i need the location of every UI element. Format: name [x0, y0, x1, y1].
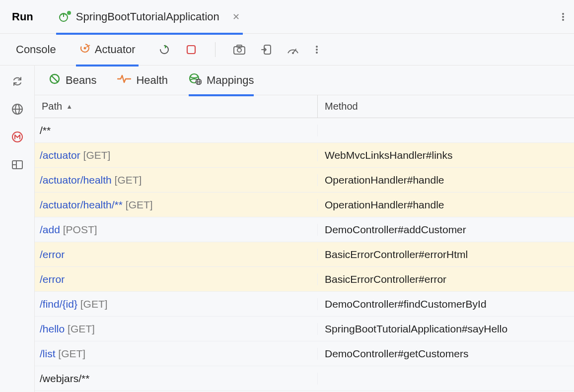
health-pulse-icon: [117, 74, 131, 87]
health-tab-label: Health: [136, 74, 168, 87]
path-text: /**: [40, 125, 51, 136]
path-text: /actuator/health/**: [40, 199, 123, 210]
table-row[interactable]: /**: [35, 118, 574, 143]
http-verb: [GET]: [68, 323, 95, 334]
cell-path: /add [POST]: [35, 224, 318, 236]
console-tab[interactable]: Console: [13, 34, 59, 65]
table-row[interactable]: /webjars/**: [35, 366, 574, 391]
table-row[interactable]: /errorBasicErrorController#errorHtml: [35, 242, 574, 267]
svg-line-21: [52, 76, 58, 82]
column-header-path[interactable]: Path ▲: [35, 95, 318, 118]
path-text: /error: [40, 249, 65, 260]
path-text: /add: [40, 224, 60, 235]
http-verb: [GET]: [80, 298, 108, 310]
health-tab[interactable]: Health: [117, 65, 168, 95]
table-row[interactable]: /actuator/health/** [GET]OperationHandle…: [35, 193, 574, 217]
table-row[interactable]: /hello [GET]SpringBootTutorialApplicatio…: [35, 317, 574, 341]
table-row[interactable]: /add [POST]DemoController#addCustomer: [35, 217, 574, 242]
table-header: Path ▲ Method: [35, 95, 574, 118]
beans-tab-label: Beans: [66, 74, 96, 87]
cell-path: /actuator/health/** [GET]: [35, 199, 318, 211]
cell-method: BasicErrorController#errorHtml: [318, 249, 574, 261]
path-text: /actuator/health: [40, 174, 112, 186]
cell-path: /list [GET]: [35, 348, 318, 360]
cell-path: /webjars/**: [35, 373, 318, 385]
left-sidebar: [0, 65, 35, 392]
svg-point-4: [83, 47, 86, 49]
cell-method: SpringBootTutorialApplication#sayHello: [318, 323, 574, 335]
column-header-path-label: Path: [42, 101, 62, 112]
table-row[interactable]: /errorBasicErrorController#error: [35, 267, 574, 292]
http-verb: [POST]: [63, 224, 97, 235]
app-tab[interactable]: SpringBootTutorialApplication ✕: [56, 1, 243, 35]
path-text: /hello: [40, 323, 65, 334]
rerun-icon[interactable]: [157, 43, 171, 57]
http-verb: [GET]: [126, 199, 153, 210]
table-row[interactable]: /list [GET]DemoController#getCustomers: [35, 341, 574, 366]
close-tab-icon[interactable]: ✕: [232, 11, 240, 22]
column-header-method-label: Method: [325, 101, 358, 112]
path-text: /find/{id}: [40, 298, 77, 310]
beans-icon: [49, 73, 61, 88]
column-header-method[interactable]: Method: [318, 101, 574, 112]
table-row[interactable]: /find/{id} [GET]DemoController#findCusto…: [35, 292, 574, 317]
run-label: Run: [12, 10, 33, 23]
path-text: /actuator: [40, 149, 80, 161]
mappings-globe-icon: [189, 73, 202, 88]
actuator-sub-tabs: Beans Health Mappings: [35, 65, 574, 95]
cell-method: WebMvcLinksHandler#links: [318, 149, 574, 161]
more-menu-icon[interactable]: [562, 13, 564, 21]
actuator-tab-label: Actuator: [95, 43, 136, 56]
svg-point-2: [67, 11, 71, 15]
cell-method: OperationHandler#handle: [318, 174, 574, 186]
cell-path: /actuator/health [GET]: [35, 174, 318, 186]
stop-icon[interactable]: [184, 43, 198, 57]
cell-path: /hello [GET]: [35, 323, 318, 335]
cell-method: BasicErrorController#error: [318, 273, 574, 285]
cell-path: /error: [35, 249, 318, 261]
cell-path: /find/{id} [GET]: [35, 298, 318, 310]
http-verb: [GET]: [83, 149, 111, 161]
beans-tab[interactable]: Beans: [49, 65, 96, 95]
gauge-icon[interactable]: [286, 43, 300, 57]
svg-point-8: [237, 48, 241, 52]
spring-boot-run-icon: [59, 11, 71, 23]
actuator-tab[interactable]: Actuator: [76, 35, 139, 66]
cell-path: /error: [35, 273, 318, 285]
refresh-icon[interactable]: [8, 72, 26, 90]
cell-method: DemoController#getCustomers: [318, 348, 574, 360]
path-text: /webjars/**: [40, 373, 89, 384]
metrics-m-icon[interactable]: [8, 128, 26, 146]
table-row[interactable]: /actuator [GET]WebMvcLinksHandler#links: [35, 143, 574, 168]
diagram-icon[interactable]: [8, 156, 26, 174]
app-name: SpringBootTutorialApplication: [76, 10, 219, 23]
http-verb: [GET]: [58, 348, 85, 359]
path-text: /list: [40, 348, 56, 359]
toolbar-divider: [215, 42, 215, 57]
svg-rect-6: [187, 46, 195, 54]
table-row[interactable]: /actuator/health [GET]OperationHandler#h…: [35, 168, 574, 193]
cell-path: /actuator [GET]: [35, 149, 318, 161]
actuator-icon: [79, 42, 91, 57]
path-text: /error: [40, 273, 65, 285]
exit-icon[interactable]: [259, 43, 273, 57]
mappings-tab-label: Mappings: [207, 74, 254, 87]
mappings-table: Path ▲ Method /**/actuator [GET]WebMvcLi…: [35, 95, 574, 392]
cell-path: /**: [35, 125, 318, 136]
globe-icon[interactable]: [8, 100, 26, 118]
toolbar: Console Actuator: [0, 34, 574, 65]
http-verb: [GET]: [115, 174, 142, 186]
cell-method: DemoController#addCustomer: [318, 224, 574, 236]
run-header: Run SpringBootTutorialApplication ✕: [0, 0, 574, 34]
mappings-tab[interactable]: Mappings: [189, 66, 254, 96]
toolbar-more-icon[interactable]: [316, 46, 318, 54]
cell-method: DemoController#findCustomerById: [318, 298, 574, 310]
svg-point-12: [292, 52, 294, 54]
sort-ascending-icon: ▲: [66, 103, 72, 110]
cell-method: OperationHandler#handle: [318, 199, 574, 211]
camera-icon[interactable]: [232, 43, 246, 57]
